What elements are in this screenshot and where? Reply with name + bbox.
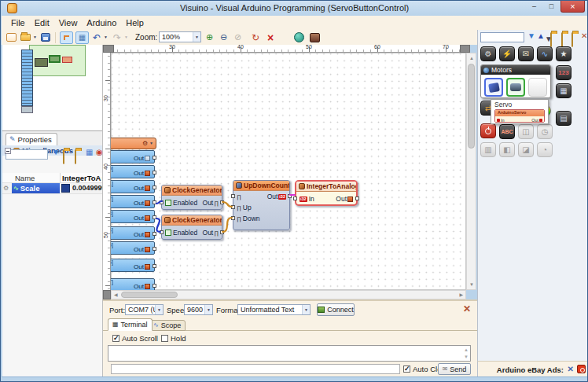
- snap-toggle-button[interactable]: [60, 31, 73, 44]
- pin-connector[interactable]: [153, 264, 156, 268]
- expand-all-icon[interactable]: [561, 33, 563, 47]
- scale-selected-cell[interactable]: ∿ Scale: [12, 183, 60, 193]
- enabled-input-connector[interactable]: [160, 230, 164, 234]
- send-button[interactable]: ✉ Send: [438, 363, 471, 375]
- filter-icon[interactable]: ▼: [52, 149, 60, 156]
- pin-connector[interactable]: [153, 185, 156, 189]
- category-math-button[interactable]: ▦: [556, 83, 571, 98]
- auto-clear-checkbox[interactable]: [403, 365, 410, 373]
- ads-tools-icon[interactable]: ✕: [568, 365, 574, 373]
- property-name-value[interactable]: IntegerToAnalog1: [62, 174, 101, 182]
- maximize-button[interactable]: □: [543, 1, 560, 13]
- category-hardware-button[interactable]: ⚙: [480, 46, 496, 61]
- motor-component-button[interactable]: [506, 78, 525, 97]
- component-clockgenerator1[interactable]: ClockGenerator1 Enabled Out∏: [161, 185, 222, 210]
- category-keyboard-button[interactable]: ▤: [556, 111, 571, 126]
- category-magic-button[interactable]: ★: [556, 46, 571, 61]
- tools-icon[interactable]: ✕: [581, 32, 587, 40]
- out-output-connector[interactable]: [220, 200, 224, 204]
- canvas-horizontal-scrollbar[interactable]: ◀ ▶: [111, 290, 466, 299]
- collapse-all-icon[interactable]: [571, 33, 573, 47]
- scroll-left-icon[interactable]: ◀: [114, 292, 118, 297]
- pin-connector[interactable]: [153, 171, 156, 174]
- new-sketch-icon[interactable]: [550, 33, 552, 47]
- board-pin-row[interactable]: ]Out: [111, 150, 155, 163]
- refresh-button[interactable]: ↻: [252, 31, 259, 43]
- down-input-connector[interactable]: [231, 216, 235, 220]
- redo-button[interactable]: ↷: [113, 31, 121, 43]
- tab-terminal[interactable]: ▦ Terminal: [108, 318, 153, 331]
- terminal-output[interactable]: ▲ ▼: [108, 345, 471, 362]
- property-row-name[interactable]: Name IntegerToAnalog1: [2, 173, 102, 183]
- hold-checkbox[interactable]: [161, 335, 168, 342]
- board-pin-row[interactable]: 7]Out: [111, 278, 155, 290]
- menu-arduino[interactable]: Arduino: [83, 18, 123, 28]
- property-row-scale[interactable]: ⚙ ∿ Scale 0.0049999998882: [2, 183, 102, 194]
- terminal-scroll-down-icon[interactable]: ▼: [464, 354, 469, 359]
- scroll-right-icon[interactable]: ▶: [459, 292, 463, 297]
- new-project-button[interactable]: [6, 31, 17, 43]
- category-power-control-button[interactable]: [480, 123, 496, 138]
- redo-dropdown[interactable]: ▼: [124, 31, 128, 43]
- board-pin-row[interactable]: 2]Out: [111, 195, 155, 208]
- close-button[interactable]: ×: [560, 1, 585, 13]
- send-input[interactable]: [111, 364, 400, 374]
- undo-button[interactable]: ↶: [93, 31, 101, 43]
- minimize-button[interactable]: –: [526, 1, 542, 13]
- scroll-down-icon[interactable]: ▼: [469, 282, 474, 287]
- zoom-in-button[interactable]: ⊕: [206, 31, 213, 43]
- help-button[interactable]: [294, 31, 304, 43]
- wizard-icon[interactable]: ▲: [537, 32, 545, 40]
- toolbox-search-input[interactable]: [480, 32, 524, 42]
- pin-connector[interactable]: [153, 284, 156, 288]
- scroll-up-icon[interactable]: ▲: [469, 56, 474, 61]
- connect-button[interactable]: Connect: [317, 303, 355, 316]
- board-pin-row[interactable]: 3]Out: [111, 210, 155, 223]
- component-clockgenerator2[interactable]: ClockGenerator2 Enabled Out∏: [161, 215, 222, 240]
- pin-connector[interactable]: [153, 156, 156, 160]
- pin-connector[interactable]: [153, 232, 156, 236]
- zoom-combo[interactable]: 100%▼: [159, 31, 201, 42]
- board-header[interactable]: ⚙ ▼: [111, 138, 156, 149]
- collapse-icon[interactable]: [5, 148, 11, 154]
- component-integertoanalog1[interactable]: IntegerToAnalog1 i32 In Out: [295, 180, 358, 206]
- filter-icon[interactable]: ▼: [527, 32, 535, 40]
- pin-connector[interactable]: [153, 215, 156, 219]
- title-bar[interactable]: Visuino - Visual Arduino Programming (Se…: [2, 1, 587, 16]
- category-view-icon[interactable]: ▦: [86, 149, 93, 156]
- open-project-button[interactable]: [20, 31, 31, 43]
- ads-stop-icon[interactable]: [577, 365, 586, 373]
- component-updowncounter1[interactable]: UpDownCounter1 ∏ Outi32 ∏ Up ∏ Down: [233, 180, 290, 230]
- menu-file[interactable]: File: [8, 18, 31, 28]
- out-output-connector[interactable]: [355, 197, 359, 200]
- board-pin-row[interactable]: 6]Out: [111, 259, 155, 272]
- component-arduino-board[interactable]: ⚙ ▼ ]Out 0]Out 1]Out 2]Out 3]Out 4]Out 5…: [111, 138, 156, 149]
- upload-button[interactable]: [310, 31, 320, 43]
- category-wireless-button[interactable]: ∿: [537, 46, 553, 61]
- zoom-out-button[interactable]: ⊖: [220, 31, 227, 43]
- horizontal-scroll-thumb[interactable]: [121, 292, 178, 298]
- category-text-button[interactable]: ABC: [499, 124, 515, 139]
- menu-view[interactable]: View: [56, 18, 84, 28]
- up-input-connector[interactable]: [231, 205, 235, 209]
- canvas-vertical-scrollbar[interactable]: ▲ ▼: [466, 53, 476, 290]
- menu-help[interactable]: Help: [123, 18, 150, 28]
- board-pin-row[interactable]: 5]Out: [111, 241, 155, 255]
- pin-connector[interactable]: [153, 200, 156, 204]
- in-input-connector[interactable]: [293, 197, 297, 200]
- out-output-connector[interactable]: [288, 194, 292, 198]
- auto-scroll-checkbox[interactable]: [112, 335, 119, 342]
- minimap[interactable]: [2, 45, 102, 131]
- undo-dropdown[interactable]: ▼: [104, 31, 108, 43]
- category-documents-button[interactable]: ✉: [518, 46, 534, 61]
- speed-combo[interactable]: 9600▼: [184, 304, 213, 315]
- reset-input-connector[interactable]: [231, 194, 235, 198]
- design-canvas[interactable]: ⚙ ▼ ]Out 0]Out 1]Out 2]Out 3]Out 4]Out 5…: [111, 53, 466, 290]
- out-output-connector[interactable]: [220, 230, 224, 234]
- board-pin-row[interactable]: 0]Out: [111, 165, 155, 178]
- category-numbers-button[interactable]: 123: [556, 65, 571, 80]
- port-combo[interactable]: COM7 (Unav▼: [125, 304, 164, 315]
- menu-edit[interactable]: Edit: [31, 18, 56, 28]
- collapse-folder-icon[interactable]: [75, 150, 76, 164]
- servo-component-button[interactable]: [484, 78, 503, 97]
